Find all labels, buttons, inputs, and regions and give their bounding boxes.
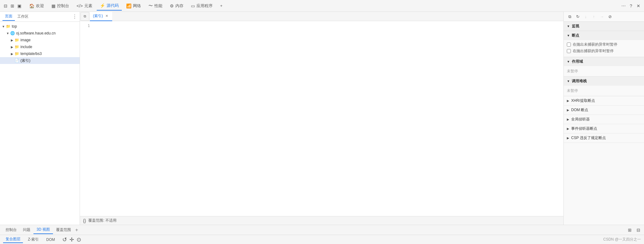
status-reset-icon[interactable]: ⊙ — [77, 236, 81, 243]
csp-label: CSP 违反了规定断点 — [571, 135, 606, 141]
tree-label-domain: oj.software.haue.edu.cn — [16, 31, 55, 35]
tree-label-template: template/bs3 — [20, 52, 42, 56]
collapsible-csp[interactable]: ▶ CSP 违反了规定断点 — [564, 133, 644, 143]
section-breakpoints-header[interactable]: ▼ 断点 — [564, 31, 644, 40]
csp-arrow: ▶ — [567, 136, 569, 140]
bottom-tab-coverage[interactable]: 覆盖范围 — [53, 226, 74, 234]
section-breakpoints-content: 在抛出未捕获的异常时暂停 在抛出捕获的异常时暂停 — [564, 40, 644, 57]
bottom-right-controls: ⊞ ⊟ — [627, 227, 642, 233]
status-tab-zindex[interactable]: Z-索引 — [25, 236, 41, 243]
sidebar-tree: ▼ 📁 top ▼ 🌐 oj.software.haue.edu.cn ▶ 📁 … — [0, 22, 80, 225]
tree-item-top[interactable]: ▼ 📁 top — [0, 23, 80, 30]
help-icon[interactable]: ? — [628, 3, 634, 9]
tab-memory[interactable]: ⚙ 内存 — [167, 1, 187, 11]
panel-btn-step-over[interactable]: ↓ — [582, 13, 589, 20]
tree-item-domain[interactable]: ▼ 🌐 oj.software.haue.edu.cn — [0, 30, 80, 37]
tab-sources[interactable]: ⚡ 源代码 — [97, 1, 122, 11]
sources-icon: ⚡ — [100, 3, 105, 8]
nav-icon-inspect[interactable]: ⊞ — [9, 3, 15, 9]
bottom-icon-undock[interactable]: ⊟ — [635, 227, 642, 233]
tab-welcome[interactable]: 🏠 欢迎 — [26, 1, 47, 11]
sidebar: 页面 工作区 ⋮ ▼ 📁 top ▼ 🌐 oj.software.haue.ed… — [0, 12, 80, 225]
right-toolbar: ⧉ ↻ ↓ ↑ → ⊘ — [564, 12, 644, 22]
panel-btn-resume[interactable]: ↻ — [574, 13, 581, 20]
right-panel: ⧉ ↻ ↓ ↑ → ⊘ ▼ 监视 ▼ 断点 在抛出未捕获的异常时暂停 — [563, 12, 644, 225]
sidebar-tabs: 页面 工作区 ⋮ — [0, 12, 80, 22]
status-icons: ↺ ✛ ⊙ — [62, 236, 81, 243]
scope-not-paused: 未暂停 — [564, 66, 644, 76]
panel-btn-step-into[interactable]: ↑ — [590, 13, 597, 20]
editor-expand-btn[interactable]: ⧉ — [81, 12, 89, 21]
section-scope: ▼ 作用域 未暂停 — [564, 57, 644, 77]
bottom-tab-console[interactable]: 控制台 — [2, 226, 20, 234]
editor-content: 1 — [80, 21, 563, 216]
tab-network[interactable]: 📶 网络 — [123, 1, 144, 11]
tree-item-include[interactable]: ▶ 📁 include — [0, 43, 80, 50]
collapsible-event-listeners[interactable]: ▶ 事件侦听器断点 — [564, 124, 644, 133]
status-move-icon[interactable]: ✛ — [69, 236, 74, 243]
sidebar-tab-workspace[interactable]: 工作区 — [15, 13, 31, 20]
console-icon: ▦ — [51, 3, 55, 8]
nav-icon-new-tab[interactable]: ⊟ — [2, 3, 9, 9]
line-number-1: 1 — [80, 24, 90, 28]
status-tabs: 复合图层 Z-索引 DOM — [3, 236, 57, 243]
tab-elements[interactable]: </> 元素 — [73, 1, 95, 11]
callstack-label: 调用堆栈 — [572, 79, 587, 84]
panel-btn-deactivate[interactable]: ⊘ — [607, 13, 613, 20]
tab-add[interactable]: + — [217, 1, 226, 11]
editor-tab-label: (索引) — [93, 13, 103, 19]
checkbox-uncaught-input[interactable] — [567, 43, 571, 47]
collapsible-global[interactable]: ▶ 全局侦听器 — [564, 115, 644, 124]
more-icon[interactable]: ⋯ — [620, 3, 627, 9]
nav-right-controls: ⋯ ? ✕ — [620, 3, 642, 9]
checkbox-caught[interactable]: 在抛出捕获的异常时暂停 — [567, 48, 641, 54]
section-watch-header[interactable]: ▼ 监视 — [564, 22, 644, 31]
folder-icon-image: 📁 — [14, 38, 19, 43]
status-refresh-icon[interactable]: ↺ — [62, 236, 67, 243]
close-icon[interactable]: ✕ — [635, 3, 642, 9]
tree-item-template[interactable]: ▶ 📁 template/bs3 — [0, 50, 80, 57]
checkbox-caught-label: 在抛出捕获的异常时暂停 — [573, 48, 614, 54]
tab-performance[interactable]: 〜 性能 — [145, 1, 165, 11]
section-scope-header[interactable]: ▼ 作用域 — [564, 57, 644, 66]
status-bar: 复合图层 Z-索引 DOM ↺ ✛ ⊙ CSDN @一又四分之一 — [0, 235, 644, 244]
collapsible-xhr[interactable]: ▶ XHR/提取断点 — [564, 96, 644, 106]
panel-btn-split[interactable]: ⧉ — [566, 13, 573, 20]
status-tab-composite[interactable]: 复合图层 — [3, 236, 23, 243]
dom-arrow: ▶ — [567, 108, 569, 112]
tab-console[interactable]: ▦ 控制台 — [48, 1, 72, 11]
tree-item-index[interactable]: ▶ 📄 (索引) — [0, 57, 80, 64]
sidebar-more-icon[interactable]: ⋮ — [72, 14, 77, 20]
tree-label-image: image — [20, 38, 31, 42]
performance-icon: 〜 — [148, 3, 153, 9]
checkbox-uncaught[interactable]: 在抛出未捕获的异常时暂停 — [567, 42, 641, 47]
sidebar-tab-page[interactable]: 页面 — [2, 12, 15, 21]
bottom-tab-add[interactable]: + — [75, 227, 78, 233]
tree-arrow-domain: ▼ — [6, 32, 10, 35]
editor-tab-close[interactable]: ✕ — [104, 14, 109, 19]
tree-arrow-template: ▶ — [10, 52, 14, 56]
panel-btn-step-out[interactable]: → — [598, 13, 605, 20]
tree-label-top: top — [12, 24, 17, 29]
collapsible-dom[interactable]: ▶ DOM 断点 — [564, 106, 644, 115]
bottom-tab-3d[interactable]: 3D 视图 — [33, 226, 53, 234]
global-arrow: ▶ — [567, 118, 569, 121]
memory-icon: ⚙ — [170, 3, 174, 8]
file-icon-index: 📄 — [14, 58, 19, 63]
checkbox-caught-input[interactable] — [567, 49, 571, 53]
callstack-arrow: ▼ — [567, 79, 570, 83]
scope-label: 作用域 — [572, 59, 583, 64]
nav-icon-device[interactable]: ▣ — [16, 3, 22, 9]
xhr-arrow: ▶ — [567, 99, 569, 102]
bottom-tab-issues[interactable]: 问题 — [20, 226, 33, 234]
section-watch: ▼ 监视 — [564, 22, 644, 31]
bottom-icon-dock[interactable]: ⊞ — [627, 227, 633, 233]
section-callstack-header[interactable]: ▼ 调用堆栈 — [564, 77, 644, 86]
editor-tab-index[interactable]: (索引) ✕ — [90, 12, 112, 21]
status-tab-dom[interactable]: DOM — [44, 237, 57, 242]
callstack-not-paused: 未暂停 — [564, 86, 644, 96]
tab-application[interactable]: ▭ 应用程序 — [188, 1, 216, 11]
scope-arrow: ▼ — [567, 60, 570, 63]
tree-item-image[interactable]: ▶ 📁 image — [0, 37, 80, 43]
tree-arrow-top: ▼ — [1, 25, 6, 28]
